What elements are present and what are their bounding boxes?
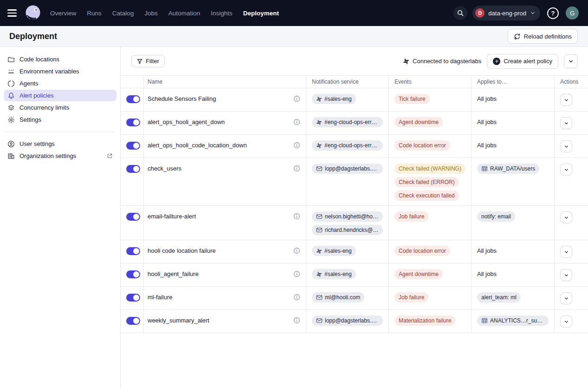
- header-events: Events: [389, 76, 472, 88]
- toggle-knob: [133, 166, 139, 172]
- toggle-cell: [121, 135, 144, 158]
- alert-enabled-toggle[interactable]: [126, 118, 140, 126]
- sidebar-item-user-settings[interactable]: User settings: [4, 138, 116, 150]
- nav-item-automation[interactable]: Automation: [168, 10, 200, 17]
- alert-enabled-toggle[interactable]: [126, 270, 140, 278]
- policy-name: hooli code location failure: [148, 246, 216, 256]
- sidebar-item-concurrency-limits[interactable]: Concurrency limits: [4, 102, 116, 113]
- name-cell: hooli code location failure: [144, 240, 306, 263]
- policy-name: hooli_agent_failure: [148, 269, 199, 279]
- dagster-logo-icon[interactable]: [24, 4, 42, 22]
- nav-item-deployment[interactable]: Deployment: [243, 10, 279, 17]
- slack-connection-status: Connected to dagsterlabs: [403, 58, 481, 65]
- actions-cell: [555, 263, 588, 286]
- row-actions-button[interactable]: [560, 316, 572, 328]
- nav-item-runs[interactable]: Runs: [87, 10, 102, 17]
- notification-service-badge: lopp@dagsterlabs.com: [312, 164, 383, 174]
- sidebar-item-agents[interactable]: Agents: [4, 78, 116, 89]
- applies-to-text: All jobs: [477, 117, 549, 127]
- toggle-cell: [121, 206, 144, 240]
- asset-table-icon: [481, 317, 488, 324]
- events-cell: Agent downtime: [389, 112, 472, 134]
- reload-definitions-button[interactable]: Reload definitions: [508, 29, 578, 44]
- chevron-down-icon: [564, 167, 569, 172]
- info-icon[interactable]: [293, 142, 300, 149]
- header-actions: Actions: [555, 76, 588, 88]
- notification-service-badge: #sales-eng: [312, 246, 356, 256]
- alert-enabled-toggle[interactable]: [126, 247, 140, 255]
- nav-item-insights[interactable]: Insights: [211, 10, 233, 17]
- alert-enabled-toggle[interactable]: [126, 165, 140, 173]
- slack-icon: [316, 96, 322, 102]
- alert-enabled-toggle[interactable]: [126, 317, 140, 325]
- notification-service-cell: #sales-eng: [306, 240, 389, 263]
- name-cell: alert_ops_hooli_agent_down: [144, 112, 306, 134]
- row-actions-button[interactable]: [560, 211, 572, 224]
- deployment-selector[interactable]: D data-eng-prod: [472, 6, 540, 20]
- create-alert-policy-button[interactable]: + Create alert policy: [487, 54, 558, 69]
- policy-name: email-failture-alert: [148, 211, 196, 222]
- row-actions-button[interactable]: [560, 246, 572, 258]
- create-alert-policy-label: Create alert policy: [504, 58, 552, 65]
- more-options-button[interactable]: [564, 54, 578, 68]
- table-header-row: Name Notification service Events Applies…: [121, 75, 588, 88]
- row-actions-button[interactable]: [560, 269, 572, 281]
- alert-enabled-toggle[interactable]: [126, 213, 140, 221]
- sidebar-item-code-locations[interactable]: Code locations: [4, 53, 116, 65]
- notification-service-cell: lopp@dagsterlabs.com: [306, 158, 389, 205]
- slack-icon: [403, 58, 409, 65]
- notification-service-badge: #eng-cloud-ops-errors: [312, 140, 383, 151]
- toggle-knob: [133, 318, 139, 324]
- row-actions-button[interactable]: [560, 164, 572, 176]
- help-button[interactable]: ?: [547, 7, 559, 19]
- info-icon[interactable]: [293, 317, 300, 324]
- service-badges: ml@hooli.com: [312, 292, 383, 303]
- filter-button[interactable]: Filter: [131, 55, 165, 67]
- info-icon[interactable]: [293, 294, 300, 301]
- slack-icon: [316, 271, 322, 277]
- info-icon[interactable]: [293, 213, 300, 220]
- service-label: lopp@dagsterlabs.com: [325, 317, 379, 324]
- external-link-icon: [107, 153, 113, 159]
- sidebar-item-environment-variables[interactable]: Environment variables: [4, 66, 116, 77]
- name-cell: Schedule Sensors Failing: [144, 88, 306, 111]
- hamburger-menu-icon[interactable]: [7, 7, 19, 19]
- sidebar-item-settings[interactable]: Settings: [4, 114, 116, 125]
- user-avatar[interactable]: G: [566, 7, 579, 20]
- toggle-cell: [121, 240, 144, 263]
- service-label: #eng-cloud-ops-errors: [324, 142, 379, 149]
- nav-item-jobs[interactable]: Jobs: [144, 10, 158, 17]
- sidebar-item-alert-policies[interactable]: Alert policies: [4, 90, 116, 101]
- alert-policy-row: email-failture-alertnelson.bighetti@hool…: [121, 206, 588, 240]
- nav-item-overview[interactable]: Overview: [50, 10, 76, 17]
- notification-service-badge: lopp@dagsterlabs.com: [312, 316, 383, 326]
- toggle-cell: [121, 263, 144, 286]
- row-actions-button[interactable]: [560, 117, 572, 129]
- deployment-initial-badge: D: [475, 8, 485, 18]
- alert-enabled-toggle[interactable]: [126, 142, 140, 150]
- info-icon[interactable]: [293, 270, 300, 277]
- info-icon[interactable]: [293, 165, 300, 172]
- sidebar-item-label: User settings: [19, 140, 55, 147]
- notification-service-badge: richard.hendricks@hooli…: [312, 225, 383, 235]
- applies-to-badge: notify: email: [477, 211, 515, 222]
- filter-icon: [137, 59, 142, 64]
- row-actions-button[interactable]: [560, 94, 572, 106]
- search-button[interactable]: [453, 6, 467, 20]
- policy-name: Schedule Sensors Failing: [148, 94, 216, 104]
- toggle-knob: [133, 214, 139, 220]
- event-badge: Check execution failed: [394, 191, 459, 201]
- events-cell: Code location error: [389, 135, 472, 158]
- alert-enabled-toggle[interactable]: [126, 95, 140, 103]
- applies-to-text: All jobs: [477, 246, 549, 256]
- sidebar-item-label: Code locations: [19, 56, 59, 63]
- nav-item-catalog[interactable]: Catalog: [112, 10, 134, 17]
- sidebar-item-organization-settings[interactable]: Organization settings: [4, 150, 116, 162]
- info-icon[interactable]: [293, 247, 300, 254]
- main-nav: OverviewRunsCatalogJobsAutomationInsight…: [50, 10, 279, 17]
- info-icon[interactable]: [293, 95, 300, 102]
- row-actions-button[interactable]: [560, 140, 572, 152]
- info-icon[interactable]: [293, 118, 300, 125]
- row-actions-button[interactable]: [560, 292, 572, 304]
- alert-enabled-toggle[interactable]: [126, 294, 140, 302]
